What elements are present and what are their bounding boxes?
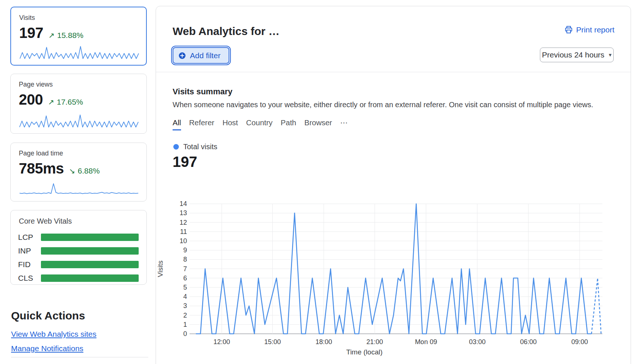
metric-value-row: 197 ↗15.88%: [19, 25, 138, 41]
metric-value: 785ms: [19, 160, 64, 177]
trend-up-arrow-icon: ↗: [48, 31, 55, 40]
metric-card-page-views[interactable]: Page views 200 ↗17.65%: [10, 74, 147, 134]
visits-line-chart: 0123456789101112131412:0015:0018:0021:00…: [156, 199, 624, 361]
add-filter-button[interactable]: Add filter: [173, 47, 229, 64]
core-web-vitals-title: Core Web Vitals: [11, 217, 146, 225]
svg-text:7: 7: [183, 265, 187, 273]
page-views-sparkline: [19, 113, 139, 128]
cwv-row-fid: FID: [11, 261, 146, 268]
cwv-label: LCP: [18, 233, 41, 242]
tab-host[interactable]: Host: [222, 118, 238, 130]
metric-card-page-load-time[interactable]: Page load time 785ms ↘6.88%: [10, 143, 147, 202]
svg-text:Mon 09: Mon 09: [415, 338, 437, 346]
print-report-link[interactable]: Print report: [565, 25, 614, 34]
web-analytics-panel: Web Analytics for … Print report Add fil…: [156, 6, 631, 364]
svg-text:5: 5: [183, 284, 187, 291]
tab-referer[interactable]: Referer: [189, 118, 214, 130]
chart-legend: Total visits: [173, 143, 217, 151]
page-title: Web Analytics for …: [173, 25, 280, 38]
svg-text:0: 0: [183, 330, 187, 337]
tab-all[interactable]: All: [173, 118, 181, 130]
metric-value-row: 785ms ↘6.88%: [19, 160, 138, 177]
metrics-sidebar: Visits 197 ↗15.88% Page views 200 ↗17.65…: [10, 0, 147, 364]
trend-up-arrow-icon: ↗: [48, 98, 54, 106]
cwv-row-cls: CLS: [11, 274, 146, 282]
svg-text:10: 10: [180, 237, 187, 245]
cwv-label: INP: [18, 246, 41, 255]
cwv-bar-inp: [41, 247, 139, 255]
trend-down-arrow-icon: ↘: [69, 167, 75, 175]
metric-value-row: 200 ↗17.65%: [19, 91, 138, 108]
cwv-bar-fid: [41, 261, 139, 268]
dimension-tabs: AllRefererHostCountryPathBrowser⋯: [173, 118, 348, 130]
print-report-label: Print report: [576, 25, 614, 34]
svg-text:8: 8: [183, 256, 187, 263]
cwv-row-lcp: LCP: [11, 234, 146, 241]
core-web-vitals-rows: LCPINPFIDCLS: [11, 234, 146, 282]
svg-text:3: 3: [183, 302, 187, 309]
plus-circle-icon: [178, 52, 186, 59]
svg-text:14: 14: [180, 200, 187, 207]
svg-text:12:00: 12:00: [214, 338, 230, 346]
header-divider: [156, 72, 631, 72]
metric-label: Visits: [19, 14, 138, 22]
tab-more[interactable]: ⋯: [340, 118, 348, 130]
tab-browser[interactable]: Browser: [304, 118, 332, 130]
cwv-bar-lcp: [41, 234, 139, 241]
trend-value: 15.88%: [57, 31, 83, 40]
cwv-label: FID: [18, 260, 41, 269]
visits-sparkline: [19, 45, 139, 60]
cwv-row-inp: INP: [11, 247, 146, 255]
tab-path[interactable]: Path: [281, 118, 296, 130]
cwv-bar-cls: [41, 274, 139, 282]
metric-card-visits[interactable]: Visits 197 ↗15.88%: [10, 7, 147, 66]
page-load-time-sparkline: [19, 181, 139, 196]
metric-label: Page views: [19, 81, 138, 88]
chevron-down-icon: ▾: [609, 52, 612, 58]
metric-value: 197: [19, 25, 43, 41]
trend-indicator: ↗17.65%: [48, 98, 83, 106]
manage-notifications-link[interactable]: Manage Notifications: [11, 344, 83, 353]
legend-label: Total visits: [183, 143, 217, 151]
svg-text:21:00: 21:00: [367, 338, 383, 346]
svg-text:03:00: 03:00: [469, 338, 486, 346]
svg-text:2: 2: [183, 312, 187, 319]
trend-value: 17.65%: [57, 98, 83, 106]
visits-summary-title: Visits summary: [173, 87, 232, 97]
svg-text:Visits: Visits: [156, 260, 164, 277]
cwv-label: CLS: [18, 274, 41, 283]
svg-text:15:00: 15:00: [264, 338, 281, 346]
total-visits-value: 197: [173, 154, 197, 170]
view-web-analytics-sites-link[interactable]: View Web Analytics sites: [11, 330, 97, 339]
metric-label: Page load time: [19, 150, 138, 157]
svg-text:4: 4: [183, 293, 187, 300]
legend-dot-icon: [173, 144, 179, 150]
svg-text:9: 9: [183, 246, 187, 254]
quick-actions-title: Quick Actions: [11, 309, 85, 322]
trend-indicator: ↗15.88%: [48, 31, 83, 40]
svg-text:12: 12: [180, 219, 187, 226]
add-filter-label: Add filter: [190, 51, 221, 60]
core-web-vitals-card: Core Web Vitals LCPINPFIDCLS: [10, 210, 147, 285]
svg-text:06:00: 06:00: [520, 338, 537, 346]
time-period-value: Previous 24 hours: [542, 50, 604, 59]
tab-country[interactable]: Country: [246, 118, 273, 130]
sidebar-divider: [11, 357, 148, 357]
trend-indicator: ↘6.88%: [69, 167, 100, 175]
svg-text:09:00: 09:00: [571, 338, 588, 346]
svg-text:Time (local): Time (local): [346, 348, 383, 356]
svg-text:6: 6: [183, 274, 187, 282]
svg-text:13: 13: [180, 209, 187, 217]
svg-text:11: 11: [180, 228, 187, 235]
trend-value: 6.88%: [78, 167, 100, 175]
visits-summary-description: When someone navigates to your website, …: [173, 101, 593, 109]
printer-icon: [565, 26, 573, 34]
time-period-select[interactable]: Previous 24 hours ▾: [540, 48, 614, 62]
metric-value: 200: [19, 91, 43, 108]
svg-text:1: 1: [183, 321, 187, 328]
svg-text:18:00: 18:00: [315, 338, 332, 346]
